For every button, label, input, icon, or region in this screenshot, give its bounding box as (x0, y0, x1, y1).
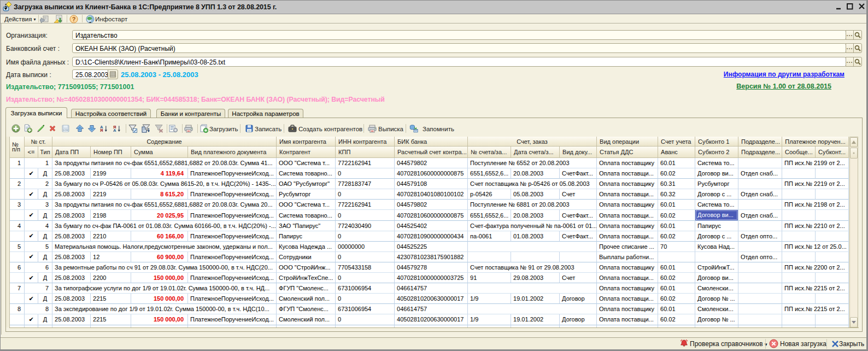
svg-text:А: А (113, 128, 116, 133)
svg-text:ЕОК: ЕОК (63, 129, 69, 132)
svg-text:?: ? (72, 16, 76, 22)
svg-text:Я: Я (100, 128, 103, 133)
